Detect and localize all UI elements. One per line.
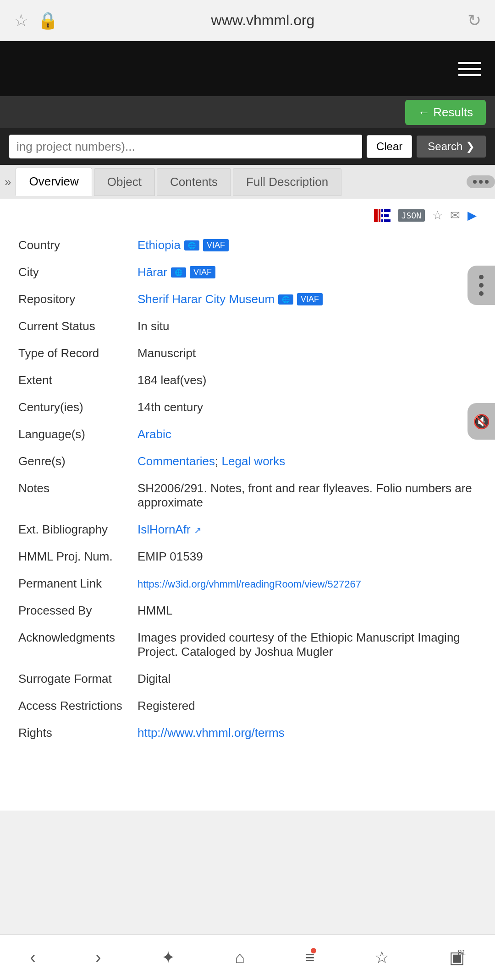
svg-rect-2 bbox=[381, 209, 383, 212]
city-label: City bbox=[14, 259, 133, 286]
hmml-proj-label: HMML Proj. Num. bbox=[14, 543, 133, 570]
processed-value: HMML bbox=[133, 597, 481, 624]
refresh-icon[interactable]: ↻ bbox=[468, 11, 481, 30]
ext-bib-link[interactable]: IslHornAfr bbox=[138, 523, 191, 536]
country-label: Country bbox=[14, 232, 133, 259]
country-row: Country Ethiopia 🌐 VIAF bbox=[14, 232, 481, 259]
extent-label: Extent bbox=[14, 367, 133, 394]
mute-button[interactable]: 🔇 bbox=[468, 403, 495, 440]
city-row: City Hārar 🌐 VIAF bbox=[14, 259, 481, 286]
language-value: Arabic bbox=[133, 421, 481, 448]
access-row: Access Restrictions Registered bbox=[14, 692, 481, 719]
json-badge[interactable]: JSON bbox=[398, 209, 425, 222]
genre-link-2[interactable]: Legal works bbox=[222, 454, 286, 468]
notes-label: Notes bbox=[14, 475, 133, 516]
more-handle[interactable] bbox=[467, 175, 495, 188]
star-action-icon[interactable]: ☆ bbox=[432, 208, 443, 223]
repository-viaf-badge[interactable]: VIAF bbox=[297, 293, 323, 305]
tab-overview[interactable]: Overview bbox=[16, 168, 92, 196]
century-row: Century(ies) 14th century bbox=[14, 394, 481, 421]
rights-row: Rights http://www.vhmml.org/terms bbox=[14, 719, 481, 746]
hamburger-menu[interactable] bbox=[458, 62, 481, 76]
url-bar[interactable]: www.vhmml.org bbox=[211, 12, 315, 29]
collapse-button[interactable]: » bbox=[5, 175, 11, 189]
perm-link[interactable]: https://w3id.org/vhmml/readingRoom/view/… bbox=[138, 578, 361, 590]
genre-row: Genre(s) Commentaries; Legal works bbox=[14, 448, 481, 475]
svg-rect-7 bbox=[384, 219, 390, 222]
lock-icon: 🔒 bbox=[38, 11, 58, 30]
genre-link-1[interactable]: Commentaries bbox=[138, 454, 215, 468]
language-label: Language(s) bbox=[14, 421, 133, 448]
type-of-record-row: Type of Record Manuscript bbox=[14, 340, 481, 367]
repository-value: Sherif Harar City Museum 🌐 VIAF bbox=[133, 286, 481, 313]
tab-contents[interactable]: Contents bbox=[157, 168, 231, 196]
svg-rect-3 bbox=[381, 214, 383, 217]
results-bar: ← Results bbox=[0, 96, 495, 128]
city-value: Hārar 🌐 VIAF bbox=[133, 259, 481, 286]
repository-link[interactable]: Sherif Harar City Museum bbox=[138, 292, 275, 306]
type-of-record-label: Type of Record bbox=[14, 340, 133, 367]
search-input[interactable] bbox=[9, 135, 362, 158]
acknowledgments-label: Acknowledgments bbox=[14, 624, 133, 665]
genre-separator: ; bbox=[215, 454, 221, 468]
processed-row: Processed By HMML bbox=[14, 597, 481, 624]
perm-link-row: Permanent Link https://w3id.org/vhmml/re… bbox=[14, 570, 481, 597]
iiif-icon[interactable] bbox=[374, 209, 390, 222]
svg-rect-6 bbox=[384, 214, 389, 217]
ext-bib-row: Ext. Bibliography IslHornAfr ↗ bbox=[14, 516, 481, 543]
current-status-row: Current Status In situ bbox=[14, 313, 481, 340]
email-icon[interactable]: ✉ bbox=[450, 208, 460, 223]
metadata-table: Country Ethiopia 🌐 VIAF City Hārar 🌐 bbox=[14, 232, 481, 746]
svg-rect-1 bbox=[379, 209, 380, 222]
repository-label: Repository bbox=[14, 286, 133, 313]
hmml-proj-row: HMML Proj. Num. EMIP 01539 bbox=[14, 543, 481, 570]
ext-link-icon: ↗ bbox=[194, 525, 202, 535]
action-icons-row: JSON ☆ ✉ ▶ bbox=[14, 208, 481, 223]
extent-row: Extent 184 leaf(ves) bbox=[14, 367, 481, 394]
tabs-container: » Overview Object Contents Full Descript… bbox=[0, 165, 495, 199]
type-of-record-value: Manuscript bbox=[133, 340, 481, 367]
language-row: Language(s) Arabic bbox=[14, 421, 481, 448]
processed-label: Processed By bbox=[14, 597, 133, 624]
country-value: Ethiopia 🌐 VIAF bbox=[133, 232, 481, 259]
extent-value: 184 leaf(ves) bbox=[133, 367, 481, 394]
bookmark-icon[interactable]: ☆ bbox=[14, 11, 28, 30]
country-viaf-badge[interactable]: VIAF bbox=[203, 239, 229, 251]
ext-bib-label: Ext. Bibliography bbox=[14, 516, 133, 543]
city-viaf-badge[interactable]: VIAF bbox=[190, 266, 215, 278]
clear-button[interactable]: Clear bbox=[367, 135, 412, 158]
city-link[interactable]: Hārar bbox=[138, 265, 167, 279]
repository-wikidata-badge[interactable]: 🌐 bbox=[278, 294, 293, 305]
mute-icon: 🔇 bbox=[473, 414, 490, 430]
search-button[interactable]: Search ❯ bbox=[417, 136, 486, 158]
current-status-label: Current Status bbox=[14, 313, 133, 340]
surrogate-row: Surrogate Format Digital bbox=[14, 665, 481, 692]
city-wikidata-badge[interactable]: 🌐 bbox=[171, 267, 186, 278]
access-value: Registered bbox=[133, 692, 481, 719]
scroll-handle[interactable] bbox=[468, 266, 495, 305]
rights-value: http://www.vhmml.org/terms bbox=[133, 719, 481, 746]
tab-full-description[interactable]: Full Description bbox=[233, 168, 341, 196]
genre-value: Commentaries; Legal works bbox=[133, 448, 481, 475]
rights-link[interactable]: http://www.vhmml.org/terms bbox=[138, 726, 285, 740]
browser-bar: ☆ 🔒 www.vhmml.org ↻ bbox=[0, 0, 495, 41]
hmml-proj-value: EMIP 01539 bbox=[133, 543, 481, 570]
surrogate-value: Digital bbox=[133, 665, 481, 692]
perm-link-value: https://w3id.org/vhmml/readingRoom/view/… bbox=[133, 570, 481, 597]
language-link[interactable]: Arabic bbox=[138, 427, 171, 441]
century-value: 14th century bbox=[133, 394, 481, 421]
ext-bib-value: IslHornAfr ↗ bbox=[133, 516, 481, 543]
country-wikidata-badge[interactable]: 🌐 bbox=[184, 240, 199, 250]
country-link[interactable]: Ethiopia bbox=[138, 238, 181, 252]
main-content: JSON ☆ ✉ ▶ Country Ethiopia 🌐 VIAF City bbox=[0, 199, 495, 811]
tab-object[interactable]: Object bbox=[94, 168, 155, 196]
surrogate-label: Surrogate Format bbox=[14, 665, 133, 692]
access-label: Access Restrictions bbox=[14, 692, 133, 719]
acknowledgments-value: Images provided courtesy of the Ethiopic… bbox=[133, 624, 481, 665]
genre-label: Genre(s) bbox=[14, 448, 133, 475]
results-button[interactable]: ← Results bbox=[405, 100, 486, 125]
repository-row: Repository Sherif Harar City Museum 🌐 VI… bbox=[14, 286, 481, 313]
share-icon[interactable]: ▶ bbox=[468, 208, 477, 223]
perm-link-label: Permanent Link bbox=[14, 570, 133, 597]
acknowledgments-row: Acknowledgments Images provided courtesy… bbox=[14, 624, 481, 665]
